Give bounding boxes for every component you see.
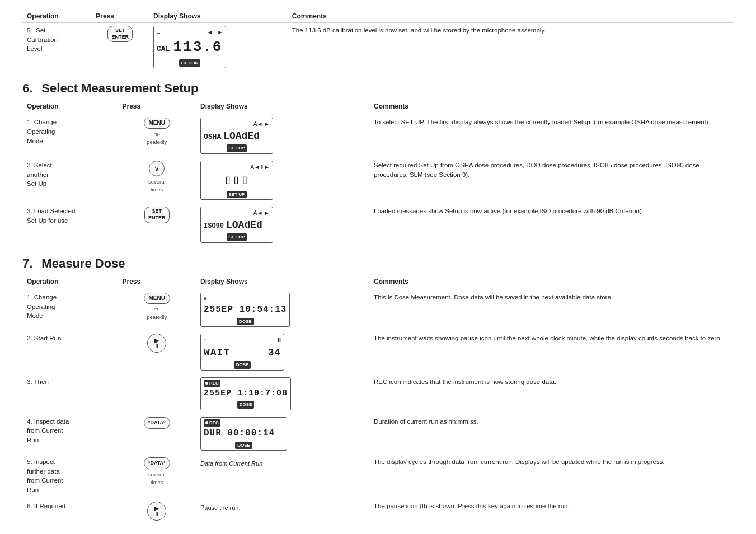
- s7-press-1: MENU re-peatedly: [118, 289, 196, 330]
- s6-comment-1: To select SET UP. The first display alwa…: [369, 114, 734, 157]
- rec-icon-s7-3: REC: [204, 380, 220, 387]
- s7-op-2: 2. Start Run: [22, 330, 118, 374]
- s6-col-operation: Operation: [22, 101, 118, 114]
- section7-title: 7. Measure Dose: [22, 256, 734, 271]
- s7-op-5: 5. Inspectfurther datafrom CurrentRun: [22, 454, 118, 498]
- lcd-badge-dose-s7-3: DOSE: [237, 401, 255, 409]
- lcd-badge-dose-s7-4: DOSE: [235, 442, 252, 449]
- lcd-s7-3: REC 255EP 1:10:7:08 DOSE: [200, 377, 291, 410]
- s7-comment-2: The instrument waits showing pause icon …: [369, 330, 734, 374]
- lcd-display-calib: ≡ ◄ ► CAL 113.6 OPTION: [153, 26, 226, 68]
- s7-comment-3: REC icon indicates that the instrument i…: [369, 374, 734, 414]
- rec-icon-s7-4: REC: [204, 419, 220, 427]
- s6-op-1: 1. ChangeOperatingMode: [22, 114, 118, 157]
- lcd-s7-2: ≡ II WAIT34 DOSE: [200, 334, 284, 371]
- calib-display-5: ≡ ◄ ► CAL 113.6 OPTION: [149, 23, 288, 72]
- s7-press-2: ▶ II: [118, 330, 196, 374]
- s7-op-3: 3. Then: [22, 374, 118, 414]
- calib-comment-5: The 113.6 dB calibration level is now se…: [288, 23, 734, 72]
- s6-comment-3: Loaded messages show Setup is now active…: [369, 203, 734, 246]
- s7-row-3: 3. Then REC 255EP 1:10:7:08 DOSE REC ico…: [22, 374, 734, 414]
- s6-comment-2: Select required Set Up from OSHA dose pr…: [369, 157, 734, 203]
- lcd-badge-dose-s7-2: DOSE: [234, 361, 251, 369]
- s7-op-4: 4. Inspect datafrom CurrentRun: [22, 414, 118, 454]
- s7-comment-6: The pause icon (II) is shown. Press this…: [369, 498, 734, 524]
- s7-display-3: REC 255EP 1:10:7:08 DOSE: [196, 374, 369, 414]
- s7-display-2: ≡ II WAIT34 DOSE: [196, 330, 369, 374]
- s7-col-comments: Comments: [369, 277, 734, 289]
- s6-row-1: 1. ChangeOperatingMode MENU re-peatedly …: [22, 114, 734, 157]
- calib-press-5: SET ENTER: [91, 23, 149, 72]
- col-header-display: Display Shows: [149, 11, 288, 23]
- s7-display-4: REC DUR 00:00:14 DOSE: [196, 414, 369, 454]
- s7-display-5: Data from Current Run: [196, 454, 369, 498]
- col-header-press: Press: [91, 11, 149, 23]
- s6-press-1: MENU re-peatedly: [118, 114, 196, 157]
- menu-button-s6-1[interactable]: MENU: [144, 118, 170, 129]
- s6-col-display: Display Shows: [196, 101, 369, 114]
- set-enter-button-s6-3[interactable]: SET ENTER: [144, 207, 170, 223]
- s7-op-1: 1. ChangeOperatingMode: [22, 289, 118, 330]
- lcd-s6-3: ≡ A◄ ► ISO90 LOAdEd SET UP: [200, 207, 273, 243]
- lcd-badge-dose-s7-1: DOSE: [237, 318, 254, 326]
- set-enter-button[interactable]: SET ENTER: [107, 26, 133, 42]
- s7-row-2: 2. Start Run ▶ II ≡ II WAIT34: [22, 330, 734, 374]
- s7-comment-1: This is Dose Measurement. Dose data will…: [369, 289, 734, 330]
- s6-row-2: 2. SelectanotherSet Up ∨ severaltimes ≡ …: [22, 157, 734, 203]
- section7-table: Operation Press Display Shows Comments 1…: [22, 277, 734, 524]
- col-header-comments: Comments: [288, 11, 734, 23]
- chevron-down-button-s6[interactable]: ∨: [149, 161, 165, 176]
- s6-display-1: ≡ A◄ ► OSHA LOAdEd SET UP: [196, 114, 369, 157]
- play-pause-button-s7-6[interactable]: ▶ II: [147, 502, 166, 521]
- data-button-s7-5[interactable]: °DATA°: [144, 457, 170, 469]
- s7-press-6: ▶ II: [118, 498, 196, 524]
- lcd-s7-1: ≡ 255EP 10:54:13 DOSE: [200, 293, 290, 327]
- calib-op-5: 5. SetCalibrationLevel: [22, 23, 91, 72]
- s6-col-comments: Comments: [369, 101, 734, 114]
- s6-display-3: ≡ A◄ ► ISO90 LOAdEd SET UP: [196, 203, 369, 246]
- s7-press-3: [118, 374, 196, 414]
- play-pause-button-s7-2[interactable]: ▶ II: [147, 334, 166, 353]
- s6-op-3: 3. Load SelectedSet Up for use: [22, 203, 118, 246]
- lcd-s7-4: REC DUR 00:00:14 DOSE: [200, 417, 287, 451]
- s7-press-4: °DATA°: [118, 414, 196, 454]
- s6-col-press: Press: [118, 101, 196, 114]
- s7-comment-4: Duration of current run as hh:mm:ss.: [369, 414, 734, 454]
- calibration-section: Operation Press Display Shows Comments 5…: [22, 11, 734, 71]
- s6-press-3: SET ENTER: [118, 203, 196, 246]
- s6-row-3: 3. Load SelectedSet Up for use SET ENTER…: [22, 203, 734, 246]
- lcd-badge-setup-s6-3: SET UP: [227, 233, 247, 241]
- calib-row-5: 5. SetCalibrationLevel SET ENTER ≡: [22, 23, 734, 72]
- s7-col-press: Press: [118, 277, 196, 289]
- lcd-s6-1: ≡ A◄ ► OSHA LOAdEd SET UP: [200, 118, 273, 154]
- s7-press-5: °DATA° severaltimes: [118, 454, 196, 498]
- col-header-operation: Operation: [22, 11, 91, 23]
- s7-comment-5: The display cycles through data from cur…: [369, 454, 734, 498]
- s6-display-2: ≡ A◄⇕► ▯▯▯ SET UP: [196, 157, 369, 203]
- s7-col-display: Display Shows: [196, 277, 369, 289]
- s7-col-operation: Operation: [22, 277, 118, 289]
- s6-op-2: 2. SelectanotherSet Up: [22, 157, 118, 203]
- lcd-badge-option: OPTION: [179, 59, 201, 67]
- s6-press-2: ∨ severaltimes: [118, 157, 196, 203]
- menu-button-s7-1[interactable]: MENU: [144, 293, 170, 304]
- lcd-badge-setup-s6-2: SET UP: [227, 191, 247, 199]
- s7-op-6: 6. If Required: [22, 498, 118, 524]
- s7-row-1: 1. ChangeOperatingMode MENU re-peatedly …: [22, 289, 734, 330]
- lcd-badge-setup-s6-1: SET UP: [227, 144, 247, 152]
- section6-title: 6. Select Measurement Setup: [22, 81, 734, 96]
- s7-row-6: 6. If Required ▶ II Pause the run. The p…: [22, 498, 734, 524]
- s7-display-6: Pause the run.: [196, 498, 369, 524]
- data-button-s7-4[interactable]: °DATA°: [144, 417, 170, 429]
- section6-table: Operation Press Display Shows Comments 1…: [22, 101, 734, 246]
- s7-row-5: 5. Inspectfurther datafrom CurrentRun °D…: [22, 454, 734, 498]
- s7-display-1: ≡ 255EP 10:54:13 DOSE: [196, 289, 369, 330]
- s7-row-4: 4. Inspect datafrom CurrentRun °DATA° RE…: [22, 414, 734, 454]
- lcd-s6-2: ≡ A◄⇕► ▯▯▯ SET UP: [200, 161, 273, 200]
